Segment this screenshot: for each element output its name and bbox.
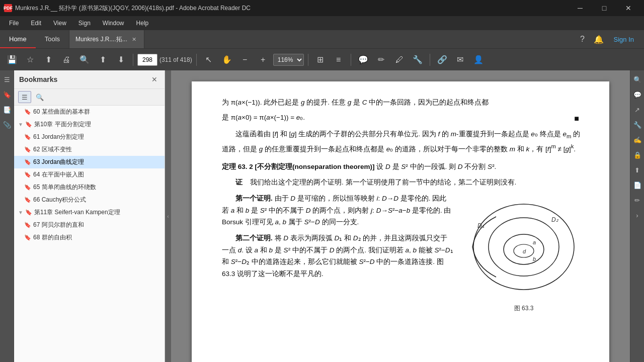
cursor-tool-button[interactable]: ↖ bbox=[201, 52, 217, 68]
tab-document[interactable]: Munkres J.R....拓... ✕ bbox=[69, 30, 144, 48]
pdf-line-2: 是 π(a×0) = π(a×(−1)) = e₀. ■ bbox=[222, 112, 584, 124]
bookmark-item-68[interactable]: 🔖 68 群的自由积 bbox=[14, 231, 165, 244]
right-expand-button[interactable]: › bbox=[631, 208, 643, 222]
save-button[interactable]: 💾 bbox=[4, 52, 20, 68]
comment-button[interactable]: 💬 bbox=[355, 52, 371, 68]
tab-close-button[interactable]: ✕ bbox=[130, 36, 138, 43]
zoom-in-button[interactable]: + bbox=[255, 52, 271, 68]
nav-layers-button[interactable]: 📑 bbox=[1, 103, 13, 117]
separator-1 bbox=[133, 54, 133, 66]
bookmark-label-64: 64 在平面中嵌入图 bbox=[33, 170, 84, 179]
bookmark-icon-65: 🔖 bbox=[24, 184, 31, 191]
pdf-page: 为 π(a×(−1)). 此外已起是 g 的提升. 任意 g 是 C 中的一条回… bbox=[192, 81, 609, 362]
bookmark-item-66[interactable]: 🔖 66 Cauchy积分公式 bbox=[14, 194, 165, 206]
separator-5 bbox=[430, 54, 430, 66]
nav-pages-button[interactable]: ☰ bbox=[1, 72, 13, 86]
right-fill-button[interactable]: ✍ bbox=[631, 133, 643, 147]
link-button[interactable]: 🔗 bbox=[434, 52, 450, 68]
bookmarks-title: Bookmarks bbox=[19, 75, 57, 83]
bookmark-item-ch11[interactable]: ▼ 🔖 第11章 Seifert-van Kampen定理 bbox=[14, 206, 165, 219]
right-organize-button[interactable]: 📄 bbox=[631, 178, 643, 192]
window-title: Munkres J.R.__ 拓扑学 (原书第2版)(JQGY, 2006)(4… bbox=[15, 4, 569, 13]
bookmark-icon-ch11: 🔖 bbox=[25, 209, 32, 216]
svg-text:d: d bbox=[523, 248, 526, 254]
bookmark-item-64[interactable]: 🔖 64 在平面中嵌入图 bbox=[14, 168, 165, 181]
right-edit-button[interactable]: ✏ bbox=[631, 193, 643, 207]
nav-bookmarks-button[interactable]: 🔖 bbox=[1, 87, 13, 102]
scroll-mode-button[interactable]: ≡ bbox=[331, 52, 347, 68]
bookmarks-header: Bookmarks ✕ bbox=[14, 70, 165, 89]
download-button[interactable]: ⬇ bbox=[113, 52, 129, 68]
menu-window[interactable]: Window bbox=[98, 18, 129, 28]
hand-tool-button[interactable]: ✋ bbox=[219, 52, 235, 68]
pdf-para1: 这蕴函着由 [f] 和 [g] 生成的两个子群的公共部分只有单位元. 因为 f … bbox=[222, 128, 584, 155]
nav-attach-button[interactable]: 📎 bbox=[1, 118, 13, 132]
bookmark-button[interactable]: ☆ bbox=[22, 52, 38, 68]
main-area: ☰ 🔖 📑 📎 Bookmarks ✕ ☰ 🔍 🔖 60 某些曲面的基本群 ▼ … bbox=[0, 70, 644, 362]
print-button[interactable]: 🖨 bbox=[58, 52, 74, 68]
page-navigation: (311 of 418) bbox=[137, 54, 192, 66]
right-share-button[interactable]: ↗ bbox=[631, 103, 643, 117]
right-comment-button[interactable]: 💬 bbox=[631, 87, 643, 102]
bookmarks-view-button[interactable]: ☰ bbox=[18, 91, 31, 103]
zoom-select[interactable]: 116% 100% 75% 50% 150% 200% bbox=[273, 54, 304, 66]
bookmark-item-ch10[interactable]: ▼ 🔖 第10章 平面分割定理 bbox=[14, 118, 165, 131]
svg-text:b: b bbox=[533, 256, 536, 262]
highlight-button[interactable]: 🖊 bbox=[391, 52, 408, 68]
menu-sign[interactable]: Sign bbox=[73, 18, 96, 28]
bookmark-label-ch11: 第11章 Seifert-van Kampen定理 bbox=[34, 208, 120, 217]
pdf-theorem: 定理 63. 2 [不分割定理(nonseparation theorem)] … bbox=[222, 161, 584, 173]
tab-help-area: ? 🔔 Sign In bbox=[576, 30, 644, 48]
bookmark-label-60: 60 某些曲面的基本群 bbox=[33, 108, 90, 116]
right-export-button[interactable]: ⬆ bbox=[631, 163, 643, 177]
bookmark-label-65: 65 简单闭曲线的环绕数 bbox=[33, 183, 96, 192]
right-tools-button[interactable]: 🔧 bbox=[631, 118, 643, 132]
tab-tools[interactable]: Tools bbox=[36, 30, 69, 48]
share-button[interactable]: ⬆ bbox=[95, 52, 111, 68]
mail-button[interactable]: ✉ bbox=[452, 52, 468, 68]
menu-file[interactable]: File bbox=[4, 18, 24, 28]
bookmark-item-65[interactable]: 🔖 65 简单闭曲线的环绕数 bbox=[14, 181, 165, 194]
tools-button[interactable]: 🔧 bbox=[410, 52, 426, 68]
tabbar: Home Tools Munkres J.R....拓... ✕ ? 🔔 Sig… bbox=[0, 30, 644, 48]
bookmarks-close-button[interactable]: ✕ bbox=[149, 74, 159, 84]
menu-edit[interactable]: Edit bbox=[26, 18, 46, 28]
help-button[interactable]: ? bbox=[576, 32, 590, 46]
right-protect-button[interactable]: 🔒 bbox=[631, 148, 643, 162]
expand-icon-ch10: ▼ bbox=[18, 122, 23, 127]
pdf-line-1: 为 π(a×(−1)). 此外已起是 g 的提升. 任意 g 是 C 中的一条回… bbox=[222, 97, 584, 109]
bookmark-item-61[interactable]: 🔖 61 Jordan分割定理 bbox=[14, 131, 165, 143]
toolbar: 💾 ☆ ⬆ 🖨 🔍 ⬆ ⬇ (311 of 418) ↖ ✋ − + 116% … bbox=[0, 48, 644, 70]
bookmark-item-63[interactable]: 🔖 63 Jordan曲线定理 bbox=[14, 156, 165, 168]
svg-text:D₂: D₂ bbox=[551, 216, 559, 223]
notifications-button[interactable]: 🔔 bbox=[592, 32, 606, 46]
separator-4 bbox=[351, 54, 351, 66]
figure-caption: 图 63.3 bbox=[463, 303, 584, 313]
upload-button[interactable]: ⬆ bbox=[40, 52, 56, 68]
close-button[interactable]: ✕ bbox=[617, 0, 640, 16]
maximize-button[interactable]: □ bbox=[593, 0, 616, 16]
bookmark-item-60[interactable]: 🔖 60 某些曲面的基本群 bbox=[14, 106, 165, 118]
fit-button[interactable]: ⊞ bbox=[312, 52, 329, 68]
signin-button[interactable]: Sign In bbox=[608, 34, 640, 45]
right-search-button[interactable]: 🔍 bbox=[631, 72, 643, 86]
sidebar-collapse-handle[interactable]: ‹ bbox=[165, 70, 171, 362]
minimize-button[interactable]: ─ bbox=[569, 0, 592, 16]
bookmarks-search-button[interactable]: 🔍 bbox=[33, 91, 46, 103]
page-number-input[interactable] bbox=[137, 54, 157, 66]
app-icon: PDF bbox=[4, 4, 12, 12]
svg-point-1 bbox=[489, 218, 559, 276]
bookmark-item-62[interactable]: 🔖 62 区域不变性 bbox=[14, 143, 165, 156]
window-controls: ─ □ ✕ bbox=[569, 0, 640, 16]
pdf-content-area[interactable]: 为 π(a×(−1)). 此外已起是 g 的提升. 任意 g 是 C 中的一条回… bbox=[171, 70, 630, 362]
zoom-out-button[interactable]: − bbox=[237, 52, 253, 68]
pen-button[interactable]: ✏ bbox=[373, 52, 389, 68]
bookmark-icon-66: 🔖 bbox=[24, 197, 31, 203]
menu-help[interactable]: Help bbox=[131, 18, 154, 28]
bookmarks-list: 🔖 60 某些曲面的基本群 ▼ 🔖 第10章 平面分割定理 🔖 61 Jorda… bbox=[14, 106, 165, 362]
user-button[interactable]: 👤 bbox=[470, 52, 487, 68]
bookmark-item-67[interactable]: 🔖 67 阿贝尔群的直和 bbox=[14, 219, 165, 231]
tab-home[interactable]: Home bbox=[0, 30, 36, 48]
menu-view[interactable]: View bbox=[48, 18, 71, 28]
search-button[interactable]: 🔍 bbox=[76, 52, 93, 68]
